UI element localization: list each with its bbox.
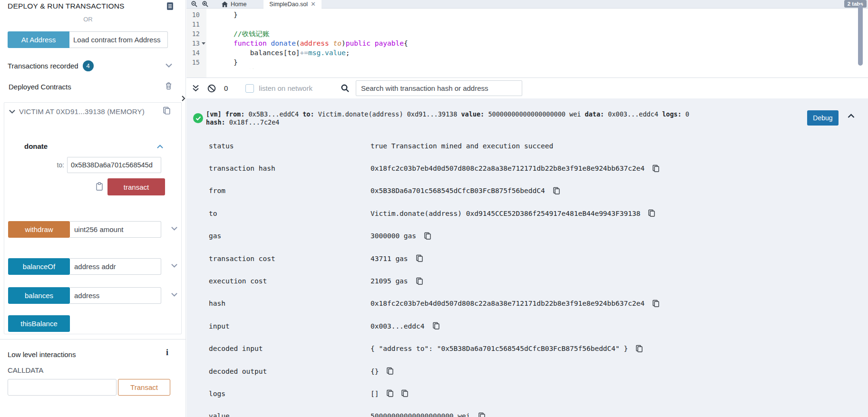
tx-detail-row: execution cost 21095 gas: [186, 270, 868, 292]
tx-detail-copy-group: [432, 322, 440, 330]
contract-instance-header[interactable]: VICTIM AT 0XD91...39138 (MEMORY): [9, 107, 145, 116]
copy-icon[interactable]: [163, 107, 171, 115]
balanceof-input[interactable]: [70, 258, 161, 275]
tx-detail-copy-group: [652, 300, 660, 308]
tab-simpledao[interactable]: SimpleDao.sol ✕: [263, 0, 322, 9]
editor-scrollbar[interactable]: [858, 5, 863, 66]
tx-detail-rows: status true Transaction mined and execut…: [186, 135, 868, 417]
success-check-icon: [193, 113, 203, 123]
tx-detail-value: { "address to": "0x5B38Da6a701c568545dCf…: [371, 345, 628, 352]
calldata-input[interactable]: [8, 379, 117, 396]
tx-detail-value: 43711 gas: [371, 255, 408, 262]
withdraw-input[interactable]: [70, 221, 161, 238]
tx-detail-copy-group: [648, 209, 655, 217]
tx-detail-value: 0x18fc2c03b7eb4d0d507d808c22a8a38e712171…: [371, 165, 644, 172]
zoom-in-icon[interactable]: [202, 1, 208, 7]
copy-icon[interactable]: [424, 232, 431, 240]
copy-icon[interactable]: [553, 187, 560, 195]
tx-detail-label: logs: [209, 390, 371, 398]
copy-icon[interactable]: [635, 345, 643, 353]
tx-detail-value: 21095 gas: [371, 277, 408, 285]
code-line: 11: [186, 19, 858, 29]
transact-button[interactable]: transact: [107, 178, 165, 195]
info-icon[interactable]: i: [166, 348, 168, 358]
tab-home[interactable]: Home: [217, 0, 251, 9]
tx-detail-row: logs []: [186, 382, 868, 405]
notepad-icon[interactable]: [166, 2, 174, 10]
tx-detail-label: status: [209, 142, 371, 150]
donate-param-label: to:: [50, 161, 64, 169]
code-editor[interactable]: 10 }1112 //收钱记账13 function donate(addres…: [186, 9, 868, 78]
tx-detail-value: []: [371, 390, 379, 398]
double-chevron-down-icon[interactable]: [192, 85, 199, 92]
donate-to-input[interactable]: [67, 157, 161, 173]
low-level-transact-button[interactable]: Transact: [118, 379, 170, 396]
listen-network-checkbox[interactable]: [245, 84, 254, 93]
fold-icon[interactable]: [202, 42, 205, 47]
copy-icon[interactable]: [648, 209, 655, 217]
tx-detail-label: input: [209, 322, 371, 330]
transactions-recorded: Transactions recorded 4: [8, 60, 94, 71]
chevron-down-icon[interactable]: [171, 263, 177, 268]
debug-button[interactable]: Debug: [807, 110, 839, 126]
tx-detail-copy-group: [416, 277, 423, 285]
deploy-run-panel: DEPLOY & RUN TRANSACTIONS OR At Address …: [0, 0, 186, 417]
tx-detail-label: to: [209, 210, 371, 217]
trash-icon[interactable]: [165, 82, 172, 90]
zoom-out-icon[interactable]: [191, 1, 197, 7]
tx-detail-row: transaction cost 43711 gas: [186, 247, 868, 270]
tx-detail-label: execution cost: [209, 277, 371, 285]
chevron-down-icon[interactable]: [166, 63, 172, 68]
or-separator: OR: [0, 16, 176, 23]
copy-icon[interactable]: [432, 322, 440, 330]
chevron-up-icon[interactable]: [848, 114, 855, 118]
terminal-panel: 0 listen on network [vm] from: 0x5B3...e…: [186, 78, 868, 417]
tx-detail-label: hash: [209, 300, 371, 307]
function-row-balances: balances: [8, 287, 178, 304]
terminal-search-input[interactable]: [356, 80, 522, 96]
tx-detail-copy-group: [386, 367, 394, 375]
panel-resize-handle[interactable]: [181, 95, 185, 102]
code-line: 14 balances[to]+=msg.value;: [186, 48, 858, 58]
copy-icon[interactable]: [652, 165, 660, 173]
clear-console-icon[interactable]: [207, 84, 216, 93]
log-summary-line1: [vm] from: 0x5B3...eddC4 to: Victim.dona…: [206, 110, 800, 118]
tx-detail-row: status true Transaction mined and execut…: [186, 135, 868, 157]
listen-network-label: listen on network: [259, 84, 312, 92]
tx-detail-value: 50000000000000000000 wei: [371, 412, 470, 417]
tx-detail-value: {}: [371, 368, 379, 375]
balances-input[interactable]: [70, 287, 161, 304]
thisbalance-button[interactable]: thisBalance: [8, 315, 70, 332]
chevron-down-icon[interactable]: [171, 226, 177, 231]
at-address-input[interactable]: [69, 31, 168, 48]
copy-icon[interactable]: [478, 412, 486, 417]
copy-icon[interactable]: [386, 367, 394, 375]
copy-icon[interactable]: [652, 300, 660, 308]
tx-detail-copy-group: [652, 165, 660, 173]
at-address-button[interactable]: At Address: [8, 31, 69, 48]
tx-detail-row: gas 3000000 gas: [186, 225, 868, 247]
copy-icon[interactable]: [401, 389, 409, 398]
balances-button[interactable]: balances: [8, 287, 70, 304]
deployed-contracts-label: Deployed Contracts: [9, 83, 71, 91]
withdraw-button[interactable]: withdraw: [8, 221, 70, 238]
tx-detail-label: from: [209, 187, 371, 194]
balanceof-button[interactable]: balanceOf: [8, 258, 70, 275]
panel-title: DEPLOY & RUN TRANSACTIONS: [8, 2, 125, 10]
copy-icon[interactable]: [416, 254, 423, 262]
copy-icon[interactable]: [386, 389, 394, 398]
tx-detail-row: transaction hash 0x18fc2c03b7eb4d0d507d8…: [186, 157, 868, 179]
search-icon: [341, 84, 349, 92]
tx-detail-value: 3000000 gas: [371, 232, 416, 240]
contract-instance-name: VICTIM AT 0XD91...39138 (MEMORY): [19, 107, 145, 116]
chevron-up-icon[interactable]: [157, 145, 163, 149]
clipboard-icon[interactable]: [96, 182, 103, 191]
tx-summary[interactable]: [vm] from: 0x5B3...eddC4 to: Victim.dona…: [206, 110, 800, 126]
transactions-count-badge: 4: [83, 60, 94, 71]
function-row-balanceof: balanceOf: [8, 258, 178, 275]
copy-icon[interactable]: [416, 277, 423, 285]
tx-detail-value: 0x5B38Da6a701c568545dCfcB03FcB875f56bedd…: [371, 187, 545, 194]
tx-detail-value: 0x003...eddc4: [371, 322, 425, 330]
close-icon[interactable]: ✕: [311, 0, 316, 8]
chevron-down-icon[interactable]: [171, 292, 177, 297]
